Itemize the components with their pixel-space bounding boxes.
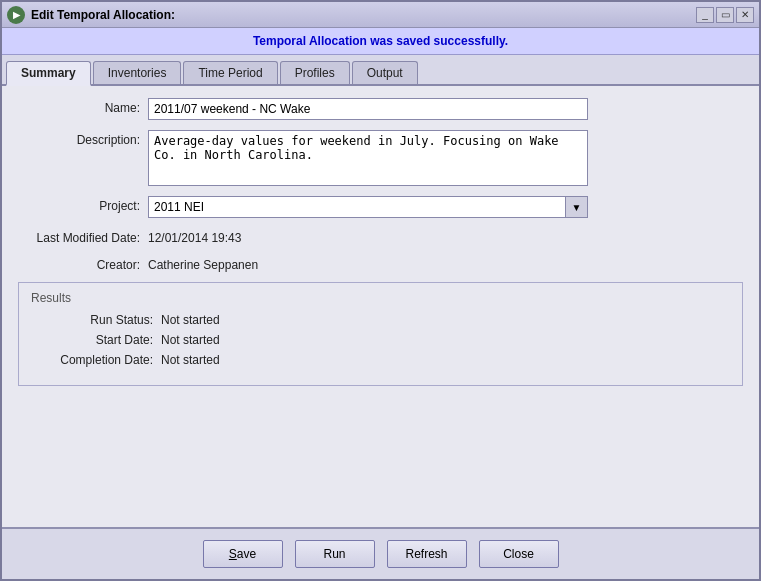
name-input[interactable] [148, 98, 588, 120]
tabs-bar: Summary Inventories Time Period Profiles… [2, 55, 759, 86]
creator-row: Creator: Catherine Seppanen [18, 255, 743, 272]
project-select[interactable]: 2011 NEI [148, 196, 566, 218]
title-bar: ▶ Edit Temporal Allocation: _ ▭ ✕ [2, 2, 759, 28]
completion-date-label: Completion Date: [31, 353, 161, 367]
tab-inventories[interactable]: Inventories [93, 61, 182, 84]
save-button[interactable]: Save [203, 540, 283, 568]
content-area: Name: Description: Average-day values fo… [2, 86, 759, 527]
run-button[interactable]: Run [295, 540, 375, 568]
footer: Save Run Refresh Close [2, 527, 759, 579]
project-row: Project: 2011 NEI ▼ [18, 196, 743, 218]
close-button[interactable]: Close [479, 540, 559, 568]
start-date-label: Start Date: [31, 333, 161, 347]
window-icon: ▶ [7, 6, 25, 24]
title-bar-buttons: _ ▭ ✕ [696, 7, 754, 23]
creator-value: Catherine Seppanen [148, 255, 258, 272]
completion-date-value: Not started [161, 353, 220, 367]
tab-output[interactable]: Output [352, 61, 418, 84]
restore-button[interactable]: ▭ [716, 7, 734, 23]
run-status-label: Run Status: [31, 313, 161, 327]
tab-summary[interactable]: Summary [6, 61, 91, 86]
creator-label: Creator: [18, 255, 148, 272]
results-title: Results [31, 291, 730, 305]
success-message: Temporal Allocation was saved successful… [2, 28, 759, 55]
project-label: Project: [18, 196, 148, 213]
project-dropdown-arrow[interactable]: ▼ [566, 196, 588, 218]
last-modified-label: Last Modified Date: [18, 228, 148, 245]
results-section: Results Run Status: Not started Start Da… [18, 282, 743, 386]
main-window: ▶ Edit Temporal Allocation: _ ▭ ✕ Tempor… [0, 0, 761, 581]
description-input[interactable]: Average-day values for weekend in July. … [148, 130, 588, 186]
refresh-button[interactable]: Refresh [387, 540, 467, 568]
project-select-wrapper: 2011 NEI ▼ [148, 196, 588, 218]
description-label: Description: [18, 130, 148, 147]
last-modified-value: 12/01/2014 19:43 [148, 228, 241, 245]
name-label: Name: [18, 98, 148, 115]
description-row: Description: Average-day values for week… [18, 130, 743, 186]
minimize-button[interactable]: _ [696, 7, 714, 23]
last-modified-row: Last Modified Date: 12/01/2014 19:43 [18, 228, 743, 245]
start-date-row: Start Date: Not started [31, 333, 730, 347]
close-window-button[interactable]: ✕ [736, 7, 754, 23]
tab-time-period[interactable]: Time Period [183, 61, 277, 84]
window-title: Edit Temporal Allocation: [31, 8, 696, 22]
run-status-row: Run Status: Not started [31, 313, 730, 327]
run-status-value: Not started [161, 313, 220, 327]
name-row: Name: [18, 98, 743, 120]
completion-date-row: Completion Date: Not started [31, 353, 730, 367]
tab-profiles[interactable]: Profiles [280, 61, 350, 84]
start-date-value: Not started [161, 333, 220, 347]
